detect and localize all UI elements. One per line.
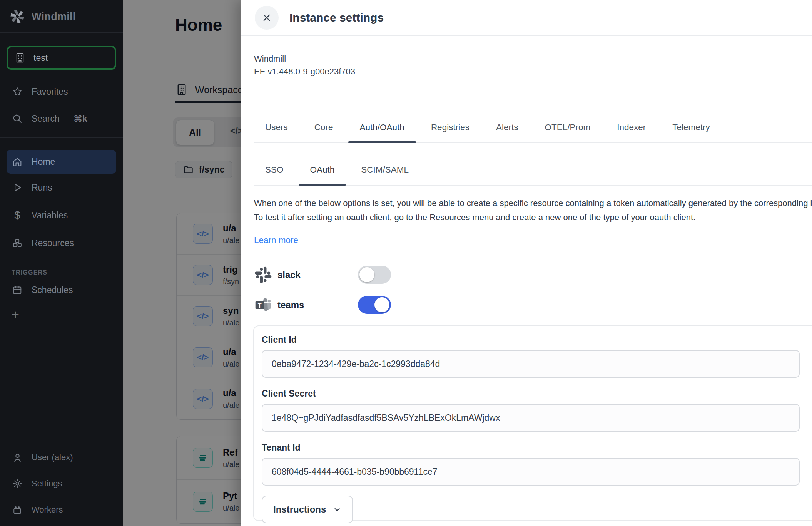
search-icon xyxy=(12,113,23,124)
provider-row-slack: slack xyxy=(255,266,416,284)
provider-name: slack xyxy=(277,270,301,280)
windmill-logo-icon xyxy=(9,8,25,25)
sidebar-item-label: Settings xyxy=(32,479,62,489)
sidebar-item-resources[interactable]: Resources xyxy=(0,229,123,257)
cubes-icon xyxy=(12,238,23,248)
sidebar-divider xyxy=(0,137,123,138)
tab-core[interactable]: Core xyxy=(303,120,345,142)
workspace-name: test xyxy=(33,53,48,63)
tab-indexer[interactable]: Indexer xyxy=(605,120,657,142)
svg-text:T: T xyxy=(258,302,262,309)
close-icon xyxy=(262,13,272,23)
drawer-title: Instance settings xyxy=(289,11,384,24)
sidebar-item-schedules[interactable]: Schedules xyxy=(0,278,123,302)
client-secret-input[interactable] xyxy=(262,404,800,432)
sidebar-item-variables[interactable]: $ Variables xyxy=(0,201,123,229)
subtab-sso[interactable]: SSO xyxy=(254,162,295,185)
description-line-2: To test it after setting an oauth client… xyxy=(254,210,812,224)
sidebar-item-settings[interactable]: Settings xyxy=(0,471,123,497)
play-icon xyxy=(12,182,23,193)
auth-subtabs: SSO OAuth SCIM/SAML xyxy=(254,162,812,186)
tab-otel-prom[interactable]: OTEL/Prom xyxy=(533,120,602,142)
star-icon xyxy=(12,86,23,97)
teams-icon: T xyxy=(255,297,272,313)
workspace-selector[interactable]: test xyxy=(7,46,116,70)
triggers-section-label: TRIGGERS xyxy=(12,269,123,276)
sidebar-item-label: Schedules xyxy=(32,285,73,295)
building-icon xyxy=(14,52,26,64)
chevron-down-icon xyxy=(333,505,341,514)
settings-tabs: Users Core Auth/OAuth Registries Alerts … xyxy=(254,120,812,143)
sidebar-item-runs[interactable]: Runs xyxy=(0,174,123,201)
sidebar-item-workers[interactable]: Workers xyxy=(0,497,123,523)
product-name: Windmill xyxy=(254,52,355,65)
sidebar-item-label: Search xyxy=(32,114,60,124)
tab-registries[interactable]: Registries xyxy=(419,120,481,142)
subtab-oauth[interactable]: OAuth xyxy=(299,162,346,185)
add-trigger-button[interactable]: + xyxy=(0,308,123,321)
instance-settings-drawer: Instance settings Windmill EE v1.448.0-9… xyxy=(241,0,812,526)
product-version-string: EE v1.448.0-9-g00e23f703 xyxy=(254,65,355,78)
sidebar-item-label: Variables xyxy=(32,210,68,221)
teams-toggle[interactable] xyxy=(358,296,391,314)
description-line-1: When one of the below options is set, yo… xyxy=(254,196,812,210)
sidebar-item-label: Runs xyxy=(32,183,52,193)
sidebar-item-label: Workers xyxy=(32,505,63,515)
robot-icon xyxy=(12,504,23,515)
instructions-label: Instructions xyxy=(273,504,326,515)
sidebar-item-home[interactable]: Home xyxy=(7,150,116,174)
sidebar-item-user[interactable]: User (alex) xyxy=(0,444,123,471)
client-id-input[interactable] xyxy=(262,350,800,378)
subtab-scim-saml[interactable]: SCIM/SAML xyxy=(349,162,420,185)
toggle-knob xyxy=(374,297,389,312)
home-icon xyxy=(12,156,23,167)
sidebar-item-search[interactable]: Search ⌘k xyxy=(0,105,123,132)
tab-alerts[interactable]: Alerts xyxy=(485,120,530,142)
search-shortcut: ⌘k xyxy=(74,114,87,124)
gear-icon xyxy=(12,478,23,489)
provider-name: teams xyxy=(277,300,304,310)
sidebar-item-label: User (alex) xyxy=(32,452,73,462)
close-button[interactable] xyxy=(255,6,279,30)
toggle-knob xyxy=(359,267,374,282)
oauth-description: When one of the below options is set, yo… xyxy=(254,196,812,224)
brand: Windmill xyxy=(0,0,123,32)
sidebar-item-label: Home xyxy=(32,157,55,167)
sidebar-item-label: Favorites xyxy=(32,87,68,97)
user-icon xyxy=(12,452,23,463)
sidebar-item-label: Resources xyxy=(32,238,74,248)
tenant-id-input[interactable] xyxy=(262,458,800,486)
oauth-providers: slack T teams xyxy=(255,266,416,326)
product-version: Windmill EE v1.448.0-9-g00e23f703 xyxy=(254,52,355,78)
sidebar-item-favorites[interactable]: Favorites xyxy=(0,78,123,105)
learn-more-link[interactable]: Learn more xyxy=(254,235,298,245)
tenant-id-label: Tenant Id xyxy=(262,442,800,453)
slack-toggle[interactable] xyxy=(358,266,391,284)
client-id-label: Client Id xyxy=(262,335,800,345)
tab-users[interactable]: Users xyxy=(254,120,299,142)
instructions-button[interactable]: Instructions xyxy=(262,496,353,523)
provider-row-teams: T teams xyxy=(255,296,416,314)
tab-auth-oauth[interactable]: Auth/OAuth xyxy=(348,120,416,142)
brand-name: Windmill xyxy=(32,11,76,23)
sidebar-divider xyxy=(0,32,123,33)
slack-icon xyxy=(255,266,272,283)
client-secret-label: Client Secret xyxy=(262,389,800,399)
sidebar: Windmill test Favorites xyxy=(0,0,123,526)
drawer-header: Instance settings xyxy=(241,0,812,36)
teams-oauth-config: Client Id Client Secret Tenant Id Instru… xyxy=(253,325,812,521)
calendar-icon xyxy=(12,285,23,295)
dollar-icon: $ xyxy=(12,209,23,221)
tab-telemetry[interactable]: Telemetry xyxy=(661,120,722,142)
